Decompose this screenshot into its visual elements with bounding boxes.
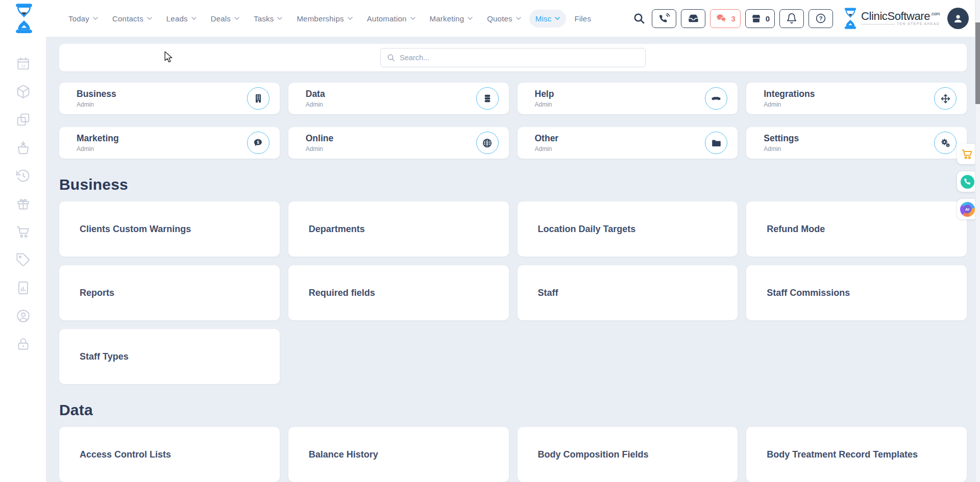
admin-link-card[interactable]: Access Control Lists <box>59 427 280 482</box>
category-title: Business <box>77 89 116 99</box>
globe-icon <box>476 132 499 154</box>
nav-item-today[interactable]: Today <box>62 10 104 28</box>
sidebar-item-history[interactable] <box>16 168 31 183</box>
nav-item-quotes[interactable]: Quotes <box>481 10 527 28</box>
floating-cart-button[interactable] <box>957 144 977 164</box>
nav-item-marketing[interactable]: Marketing <box>424 10 479 28</box>
category-card-text: Data Admin <box>306 89 325 108</box>
brand-name: ClinicSoftware <box>861 10 930 22</box>
category-card-online[interactable]: Online Admin <box>288 127 509 159</box>
database-icon <box>476 87 499 110</box>
admin-link-card[interactable]: Location Daily Targets <box>518 201 738 257</box>
scrollbar[interactable] <box>975 0 980 482</box>
sidebar-item-clients[interactable] <box>16 309 31 323</box>
admin-link-card[interactable]: Staff <box>518 265 738 320</box>
admin-link-card[interactable]: Clients Custom Warnings <box>59 201 280 257</box>
category-title: Marketing <box>77 133 119 144</box>
chevron-down-icon <box>277 17 282 20</box>
admin-link-card[interactable]: Staff Types <box>59 329 280 384</box>
phone-icon <box>658 13 670 24</box>
category-card-marketing[interactable]: Marketing Admin $ <box>59 127 280 159</box>
category-card-data[interactable]: Data Admin <box>288 83 509 114</box>
category-card-integrations[interactable]: Integrations Admin <box>746 83 967 114</box>
chat-button[interactable]: 3 <box>710 9 740 28</box>
search-input[interactable] <box>400 54 639 62</box>
building-icon <box>247 87 270 110</box>
nav-item-label: Contacts <box>112 14 143 23</box>
sidebar-item-reports[interactable] <box>16 281 31 295</box>
card-label: Staff Commissions <box>767 288 850 298</box>
admin-link-card[interactable]: Body Composition Fields <box>518 427 738 482</box>
card-label: Location Daily Targets <box>538 224 636 235</box>
admin-link-card[interactable]: Required fields <box>288 265 509 320</box>
sidebar-item-duplicates[interactable] <box>16 112 31 127</box>
category-subtitle: Admin <box>77 101 116 108</box>
category-subtitle: Admin <box>535 101 554 108</box>
chevron-down-icon <box>468 17 473 20</box>
sidebar-item-cart[interactable] <box>16 224 31 239</box>
brand-logo[interactable]: ClinicSoftware.com TEN STEPS AHEAD <box>843 8 940 29</box>
category-title: Settings <box>764 133 799 144</box>
nav-item-automation[interactable]: Automation <box>361 10 422 28</box>
nav-item-tasks[interactable]: Tasks <box>248 10 288 28</box>
storefront-icon <box>750 13 762 24</box>
floating-whatsapp-button[interactable] <box>957 171 977 192</box>
data-grid: Access Control Lists Balance History Bod… <box>59 427 967 482</box>
nav-item-files[interactable]: Files <box>568 10 597 28</box>
notifications-button[interactable] <box>779 9 804 28</box>
nav-item-memberships[interactable]: Memberships <box>290 10 358 28</box>
admin-link-card[interactable]: Refund Mode <box>746 201 967 257</box>
nav-item-deals[interactable]: Deals <box>205 10 246 28</box>
floating-ai-button[interactable]: AI <box>957 199 977 219</box>
inbox-button[interactable] <box>681 9 705 28</box>
brand-tld: .com <box>930 11 940 16</box>
tag-icon <box>16 252 31 267</box>
ai-icon: AI <box>960 202 975 217</box>
admin-link-card[interactable]: Body Treatment Record Templates <box>746 427 967 482</box>
category-title: Data <box>306 89 325 99</box>
chevron-down-icon <box>93 17 98 20</box>
chevron-down-icon <box>410 17 415 20</box>
history-icon <box>16 168 31 183</box>
sidebar-item-vouchers[interactable] <box>16 252 31 267</box>
nav-item-label: Files <box>574 14 591 23</box>
sidebar-item-calendar[interactable]: 12 <box>16 56 31 71</box>
chevron-down-icon <box>516 17 521 20</box>
nav-item-contacts[interactable]: Contacts <box>106 10 158 28</box>
app-logo[interactable] <box>13 4 35 33</box>
help-button[interactable]: ? <box>808 9 833 28</box>
category-card-settings[interactable]: Settings Admin <box>746 127 967 159</box>
card-label: Required fields <box>309 288 375 298</box>
category-card-help[interactable]: Help Admin <box>518 83 738 114</box>
business-grid: Clients Custom Warnings Departments Loca… <box>59 201 967 384</box>
phone-button[interactable] <box>652 9 676 28</box>
search-icon[interactable] <box>631 10 647 27</box>
category-card-text: Business Admin <box>77 89 116 108</box>
admin-link-card[interactable]: Departments <box>288 201 509 257</box>
sidebar-item-orders[interactable] <box>16 140 31 155</box>
move-arrows-icon <box>934 87 957 110</box>
chat-badge: 3 <box>731 14 735 23</box>
category-title: Integrations <box>764 89 815 99</box>
store-button[interactable]: 0 <box>745 9 775 28</box>
nav-item-label: Misc <box>535 14 552 23</box>
report-icon <box>16 281 31 295</box>
admin-link-card[interactable]: Staff Commissions <box>746 265 967 320</box>
sidebar-item-security[interactable] <box>16 337 31 351</box>
gift-icon <box>16 196 31 211</box>
category-subtitle: Admin <box>764 145 799 153</box>
nav-item-leads[interactable]: Leads <box>160 10 203 28</box>
sidebar-item-products[interactable] <box>16 84 31 99</box>
category-card-text: Marketing Admin <box>77 133 119 153</box>
admin-link-card[interactable]: Reports <box>59 265 280 320</box>
card-label: Body Treatment Record Templates <box>767 449 918 460</box>
category-card-business[interactable]: Business Admin <box>59 83 280 114</box>
admin-link-card[interactable]: Balance History <box>288 427 509 482</box>
search-box <box>380 48 646 67</box>
nav-item-misc[interactable]: Misc <box>529 10 567 28</box>
sidebar-item-gifts[interactable] <box>16 196 31 211</box>
scrollbar-thumb[interactable] <box>975 22 980 104</box>
package-icon <box>16 84 31 99</box>
user-avatar[interactable] <box>947 8 969 29</box>
category-card-other[interactable]: Other Admin <box>518 127 738 159</box>
